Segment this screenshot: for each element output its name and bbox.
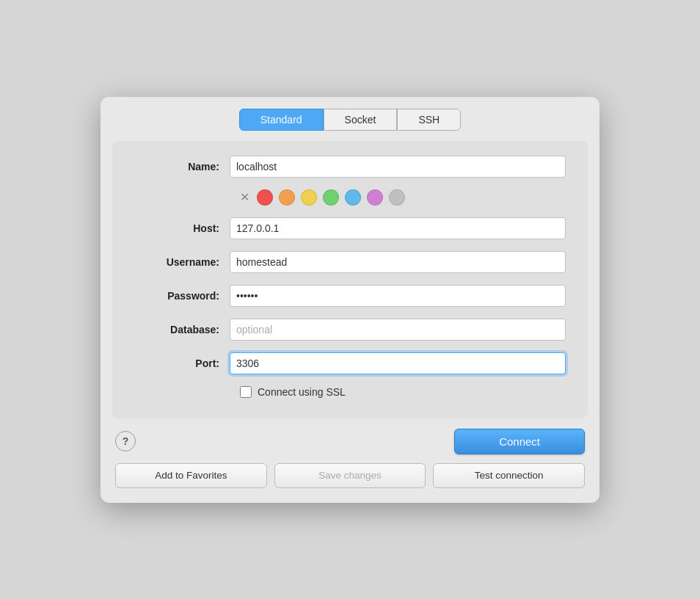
host-input[interactable] — [230, 217, 566, 239]
username-input[interactable] — [230, 251, 566, 273]
host-label: Host: — [134, 222, 230, 234]
tab-standard[interactable]: Standard — [239, 109, 324, 131]
color-yellow[interactable] — [301, 189, 317, 206]
password-input[interactable] — [230, 285, 566, 307]
host-row: Host: — [134, 217, 566, 239]
ssl-label[interactable]: Connect using SSL — [258, 386, 346, 398]
name-row: Name: — [134, 156, 566, 178]
connect-button[interactable]: Connect — [454, 429, 585, 454]
username-row: Username: — [134, 251, 566, 273]
port-row: Port: — [134, 352, 566, 374]
add-to-favorites-button[interactable]: Add to Favorites — [115, 463, 267, 488]
help-button[interactable]: ? — [115, 431, 136, 451]
color-orange[interactable] — [279, 189, 295, 206]
form-area: Name: ✕ Host: Username: Password: — [112, 141, 588, 418]
port-input[interactable] — [230, 352, 566, 374]
bottom-section: ? Connect Add to Favorites Save changes … — [101, 429, 599, 488]
database-input[interactable] — [230, 319, 566, 341]
color-green[interactable] — [323, 189, 339, 206]
password-row: Password: — [134, 285, 566, 307]
name-input[interactable] — [230, 156, 566, 178]
color-purple[interactable] — [367, 189, 383, 206]
action-buttons-row: Add to Favorites Save changes Test conne… — [112, 463, 588, 488]
ssl-checkbox[interactable] — [240, 386, 252, 398]
tab-ssh[interactable]: SSH — [397, 109, 461, 131]
tab-bar: Standard Socket SSH — [101, 97, 599, 131]
username-label: Username: — [134, 256, 230, 268]
connect-row: ? Connect — [112, 429, 588, 463]
test-connection-button[interactable]: Test connection — [433, 463, 585, 488]
color-picker-row: ✕ — [134, 189, 566, 206]
connection-dialog: Standard Socket SSH Name: ✕ Host: Us — [101, 97, 599, 503]
color-clear-icon[interactable]: ✕ — [240, 190, 249, 204]
save-changes-button[interactable]: Save changes — [274, 463, 426, 488]
database-label: Database: — [134, 324, 230, 335]
color-red[interactable] — [257, 189, 273, 206]
tab-socket[interactable]: Socket — [324, 109, 398, 131]
port-label: Port: — [134, 357, 230, 369]
name-label: Name: — [134, 161, 230, 173]
color-blue[interactable] — [345, 189, 361, 206]
color-gray[interactable] — [389, 189, 405, 206]
password-label: Password: — [134, 290, 230, 302]
ssl-row: Connect using SSL — [134, 386, 566, 398]
database-row: Database: — [134, 319, 566, 341]
